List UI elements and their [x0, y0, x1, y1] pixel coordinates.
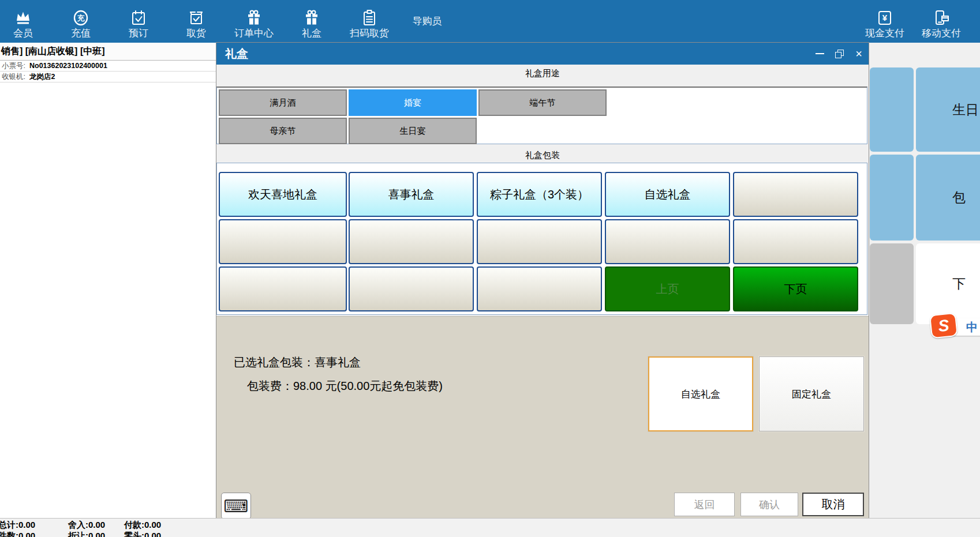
- right-panel-category-button[interactable]: [870, 155, 914, 241]
- toolbar-order-center-label: 订单中心: [234, 28, 274, 39]
- toolbar-giftbox-label: 礼盒: [302, 28, 321, 39]
- status-total: 总计:0.00: [0, 520, 35, 531]
- fixed-giftbox-mode-button[interactable]: 固定礼盒: [759, 356, 864, 431]
- receipt-row: 小票号: No01362023102400001: [0, 61, 216, 72]
- dialog-titlebar[interactable]: 礼盒 ×: [216, 43, 869, 65]
- register-name: 龙岗店2: [29, 72, 55, 82]
- receipt-label: 小票号:: [0, 61, 29, 71]
- right-panel-birthday-label: 生日: [916, 101, 979, 119]
- dialog-body: 礼盒用途 满月酒 婚宴 端午节 母亲节 生日宴 礼盒包装 欢天喜地礼盒 喜事礼盒…: [216, 65, 869, 518]
- status-change: 零头:0.00: [124, 531, 161, 537]
- toolbar-member-button[interactable]: 会员: [0, 0, 46, 43]
- giftbox-dialog: 礼盒 × 礼盒用途 满月酒 婚宴 端午节 母亲节 生日宴 礼盒包装 欢天喜地礼盒…: [216, 43, 869, 518]
- package-button-empty[interactable]: [733, 219, 858, 264]
- package-button-zixuan[interactable]: 自选礼盒: [605, 172, 730, 217]
- dialog-title: 礼盒: [216, 46, 248, 62]
- package-button-zongzi[interactable]: 粽子礼盒（3个装）: [477, 172, 602, 217]
- status-item-count: 件数:0.00: [0, 531, 35, 537]
- toolbar-mobile-pay-label: 移动支付: [922, 28, 961, 39]
- giftbox-icon: [244, 8, 264, 28]
- package-button-empty[interactable]: [733, 172, 858, 217]
- status-discount: 折让:0.00: [68, 531, 105, 537]
- custom-giftbox-mode-button[interactable]: 自选礼盒: [648, 356, 753, 431]
- cash-yen-icon: ¥: [875, 8, 895, 28]
- purpose-button-birthday[interactable]: 生日宴: [349, 118, 477, 144]
- toolbar-scan-pickup-button[interactable]: 扫码取货: [346, 0, 392, 43]
- purpose-section: 满月酒 婚宴 端午节 母亲节 生日宴: [216, 87, 867, 144]
- right-panel-package-button[interactable]: 包: [916, 155, 980, 241]
- receipt-number: No01362023102400001: [29, 62, 107, 70]
- crown-icon: [13, 8, 33, 28]
- package-button-empty[interactable]: [349, 266, 474, 311]
- pos-screen: { "toolbar": { "items": [ {"label": "会员"…: [0, 0, 980, 537]
- purpose-button-wedding[interactable]: 婚宴: [349, 89, 477, 116]
- register-label: 收银机:: [0, 72, 29, 82]
- package-button-xishi[interactable]: 喜事礼盒: [349, 172, 474, 217]
- package-button-huantianxidi[interactable]: 欢天喜地礼盒: [219, 172, 347, 217]
- right-panel-package-label: 包: [916, 189, 966, 206]
- package-button-empty[interactable]: [477, 266, 602, 311]
- cancel-button[interactable]: 取消: [802, 493, 864, 516]
- toolbar-recharge-label: 充值: [71, 28, 91, 39]
- package-button-empty[interactable]: [477, 219, 602, 264]
- restore-icon: [835, 50, 843, 58]
- restore-button[interactable]: [829, 43, 849, 65]
- ime-toolbar: 中 S: [930, 314, 980, 339]
- giftbox-icon: [302, 8, 321, 28]
- pickup-check-icon: [186, 8, 206, 28]
- mobile-pay-icon: [932, 8, 951, 28]
- right-panel-next-button[interactable]: 下: [916, 243, 980, 324]
- package-button-empty[interactable]: [605, 219, 730, 264]
- purpose-button-full-moon[interactable]: 满月酒: [219, 89, 347, 116]
- calendar-check-icon: [129, 8, 148, 28]
- right-panel-birthday-button[interactable]: 生日: [916, 67, 980, 152]
- sogou-logo-icon[interactable]: S: [929, 313, 958, 339]
- toolbar-giftbox-button[interactable]: 礼盒: [289, 0, 335, 43]
- minimize-icon: [816, 53, 824, 54]
- totals-status-bar: 总计:0.00 舍入:0.00 付款:0.00 件数:0.00 折让:0.00 …: [0, 518, 980, 537]
- right-panel-category-button[interactable]: [870, 243, 914, 324]
- virtual-keyboard-button[interactable]: ⌨: [221, 493, 251, 518]
- toolbar-cash-pay-button[interactable]: ¥ 现金支付: [859, 0, 911, 43]
- toolbar-pickup-label: 取货: [186, 28, 206, 39]
- package-button-empty[interactable]: [219, 219, 347, 264]
- package-section-title: 礼盒包装: [216, 150, 869, 161]
- package-button-empty[interactable]: [349, 219, 474, 264]
- minimize-button[interactable]: [810, 43, 829, 65]
- sales-left-panel: 销售] [南山店收银] [中班] 小票号: No0136202310240000…: [0, 43, 216, 518]
- toolbar-mobile-pay-button[interactable]: 移动支付: [915, 0, 967, 43]
- toolbar-guide-label: 导购员: [413, 16, 442, 27]
- register-row: 收银机: 龙岗店2: [0, 72, 216, 82]
- toolbar-reserve-button[interactable]: 预订: [115, 0, 162, 43]
- back-button[interactable]: 返回: [674, 493, 735, 516]
- purpose-section-title: 礼盒用途: [216, 68, 869, 79]
- status-payment: 付款:0.00: [124, 520, 161, 531]
- toolbar-guide-button[interactable]: 导购员: [404, 0, 450, 43]
- toolbar-order-center-button[interactable]: 订单中心: [231, 0, 277, 43]
- package-button-empty[interactable]: [219, 266, 347, 311]
- toolbar-reserve-label: 预订: [129, 28, 148, 39]
- toolbar-pickup-button[interactable]: 取货: [173, 0, 219, 43]
- prev-page-button[interactable]: 上页: [605, 266, 730, 311]
- toolbar-right-group: ¥ 现金支付 移动支付: [859, 0, 980, 43]
- purpose-button-mothers-day[interactable]: 母亲节: [219, 118, 347, 144]
- toolbar-recharge-button[interactable]: 充 充值: [58, 0, 104, 43]
- selected-package-text: 已选礼盒包装：喜事礼盒: [234, 355, 361, 370]
- keyboard-icon: ⌨: [223, 496, 248, 516]
- package-section: 欢天喜地礼盒 喜事礼盒 粽子礼盒（3个装） 自选礼盒 上页 下页: [216, 163, 867, 315]
- toolbar-scan-pickup-label: 扫码取货: [350, 28, 389, 39]
- next-page-button[interactable]: 下页: [733, 266, 858, 311]
- purpose-button-dragon-boat[interactable]: 端午节: [478, 89, 607, 116]
- close-button[interactable]: ×: [849, 43, 869, 65]
- clipboard-scan-icon: [360, 8, 379, 28]
- package-fee-text: 包装费：98.00 元(50.00元起免包装费): [247, 378, 443, 394]
- svg-text:充: 充: [77, 14, 85, 22]
- right-panel-next-label: 下: [916, 275, 966, 293]
- right-panel-category-button[interactable]: [870, 67, 914, 152]
- status-rounding: 舍入:0.00: [68, 520, 105, 531]
- session-title: 销售] [南山店收银] [中班]: [0, 43, 216, 61]
- svg-text:¥: ¥: [882, 13, 888, 22]
- close-icon: ×: [855, 48, 862, 59]
- recharge-coin-icon: 充: [71, 8, 91, 28]
- confirm-button[interactable]: 确认: [740, 493, 798, 516]
